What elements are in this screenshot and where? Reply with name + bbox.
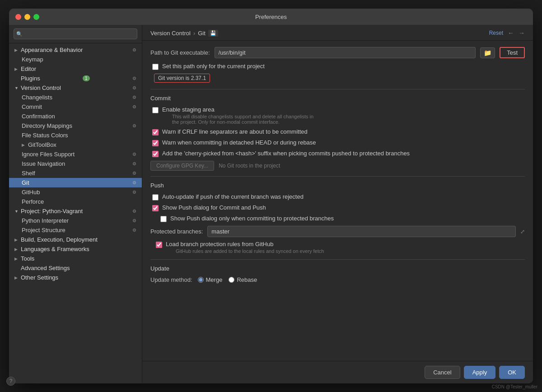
apply-button[interactable]: Apply [464,366,496,379]
cherry-checkbox[interactable] [152,151,159,157]
sidebar-item-plugins[interactable]: ▶ Plugins 1 ⚙ [9,74,142,83]
reset-button[interactable]: Reset [489,30,503,36]
breadcrumb-part2: Git [198,30,206,37]
update-section-title: Update [150,265,525,272]
merge-label: Merge [206,276,223,283]
sidebar-item-keymap[interactable]: Keymap [9,55,142,64]
update-method-row: Update method: Merge Rebase [150,276,525,283]
sidebar-item-directory-mappings[interactable]: Directory Mappings ⚙ [9,121,142,131]
cancel-button[interactable]: Cancel [425,366,460,379]
sidebar-item-label: Advanced Settings [21,265,70,271]
sidebar-item-github[interactable]: GitHub ⚙ [9,187,142,197]
project-only-checkbox[interactable] [152,64,159,70]
sidebar-item-project-structure[interactable]: Project Structure ⚙ [9,225,142,235]
sidebar-item-perforce[interactable]: Perforce [9,197,142,206]
back-icon[interactable]: ← [508,29,514,37]
sidebar-item-languages[interactable]: ▶ Languages & Frameworks [9,244,142,254]
save-icon: 💾 [208,30,218,37]
sidebar-item-shelf[interactable]: Shelf ⚙ [9,168,142,178]
crlf-row: Warn if CRLF line separators are about t… [150,128,525,135]
sidebar-item-label: Project Structure [22,227,65,233]
sidebar-item-build[interactable]: ▶ Build, Execution, Deployment [9,235,142,244]
path-input[interactable] [215,47,476,58]
rebase-radio[interactable] [229,277,234,283]
sidebar-item-python-interpreter[interactable]: Python Interpreter ⚙ [9,216,142,225]
sidebar-item-project[interactable]: ▼ Project: Python-Vagrant ⚙ [9,206,142,216]
sidebar-item-label: Issue Navigation [22,160,65,167]
settings-icon: ⚙ [132,209,136,214]
sidebar-item-gittoolbox[interactable]: ▶ GitToolBox [9,140,142,149]
gpg-row: Configure GPG Key... No Git roots in the… [150,161,525,171]
radio-group: Merge Rebase [198,276,257,283]
sidebar-item-commit[interactable]: Commit ⚙ [9,102,142,112]
sidebar-item-label: File Status Colors [22,132,68,139]
search-input[interactable] [14,28,137,39]
sidebar-item-label: Other Settings [21,274,58,281]
sidebar-item-confirmation[interactable]: Confirmation [9,112,142,121]
cherry-row: Add the 'cherry-picked from <hash>' suff… [150,150,525,157]
staging-row: Enable staging area This will disable ch… [150,106,525,125]
staging-checkbox[interactable] [152,107,159,113]
sidebar-item-tools[interactable]: ▶ Tools [9,254,142,263]
ok-button[interactable]: OK [499,366,525,379]
path-label: Path to Git executable: [150,49,210,56]
expand-icon[interactable]: ⤢ [520,229,525,235]
minimize-button[interactable] [24,14,30,20]
protected-branches-label: Protected branches: [150,228,203,235]
arrow-icon: ▼ [14,86,19,90]
load-rules-sublabel: GitHub rules are added to the local rule… [176,248,324,254]
sidebar-item-file-status-colors[interactable]: File Status Colors [9,131,142,140]
auto-update-checkbox[interactable] [152,194,159,201]
breadcrumb-part1: Version Control [150,30,191,37]
detached-checkbox[interactable] [152,140,159,146]
load-rules-checkbox[interactable] [156,242,162,248]
commit-section-title: Commit [150,95,525,102]
sidebar-item-appearance[interactable]: ▶ Appearance & Behavior ⚙ [9,45,142,55]
sidebar-item-label: Build, Execution, Deployment [21,236,98,243]
search-bar: 🔍 [9,25,142,43]
arrow-icon: ▶ [14,247,19,252]
git-version-badge: Git version is 2.37.1 [154,74,210,83]
arrow-icon: ▼ [14,209,19,214]
sidebar-item-ignore-files[interactable]: Ignore Files Support ⚙ [9,149,142,159]
settings-icon: ⚙ [132,190,136,195]
arrow-icon: ▶ [14,48,19,52]
panel-header: Version Control › Git 💾 Reset ← → [142,25,533,41]
sidebar-item-issue-navigation[interactable]: Issue Navigation ⚙ [9,159,142,168]
show-dialog-protected-checkbox[interactable] [160,216,167,222]
path-row: Path to Git executable: 📁 Test [150,47,525,58]
nav-tree: ▶ Appearance & Behavior ⚙ Keymap ▶ Edito… [9,43,142,383]
preferences-window: Preferences 🔍 ▶ Appearance & Behavior ⚙ [9,9,533,383]
settings-icon: ⚙ [132,85,136,90]
sidebar-item-label: GitHub [22,189,40,196]
show-dialog-checkbox[interactable] [152,205,159,211]
sidebar-item-changelists[interactable]: Changelists ⚙ [9,93,142,102]
arrow-icon: ▶ [22,143,26,147]
sidebar-item-advanced-settings[interactable]: ▶ Advanced Settings [9,263,142,273]
gpg-button[interactable]: Configure GPG Key... [150,161,214,171]
sidebar-item-label: Confirmation [22,113,55,120]
forward-icon[interactable]: → [519,29,525,37]
close-button[interactable] [15,14,21,20]
sidebar-item-version-control[interactable]: ▼ Version Control ⚙ [9,83,142,93]
divider-commit [150,89,525,89]
sidebar-item-label: Directory Mappings [22,122,72,129]
sidebar-item-label: Python Interpreter [22,217,69,224]
folder-button[interactable]: 📁 [480,47,495,58]
sidebar-item-git[interactable]: Git ⚙ [9,178,142,187]
test-button[interactable]: Test [500,47,525,58]
arrow-icon: ▶ [14,67,19,71]
merge-radio[interactable] [198,277,204,283]
footer: Cancel Apply OK [142,361,533,383]
sidebar-item-label: Ignore Files Support [22,151,75,158]
staging-sublabel: This will disable changelists support an… [172,114,313,125]
panel-actions: Reset ← → [489,29,525,37]
crlf-checkbox[interactable] [152,129,159,135]
sidebar-item-other-settings[interactable]: ▶ Other Settings [9,273,142,282]
show-dialog-label: Show Push dialog for Commit and Push [162,204,266,211]
sidebar-item-editor[interactable]: ▶ Editor [9,64,142,74]
protected-branches-input[interactable] [207,226,516,237]
fullscreen-button[interactable] [33,14,39,20]
divider-push [150,176,525,177]
settings-icon: ⚙ [132,104,136,109]
